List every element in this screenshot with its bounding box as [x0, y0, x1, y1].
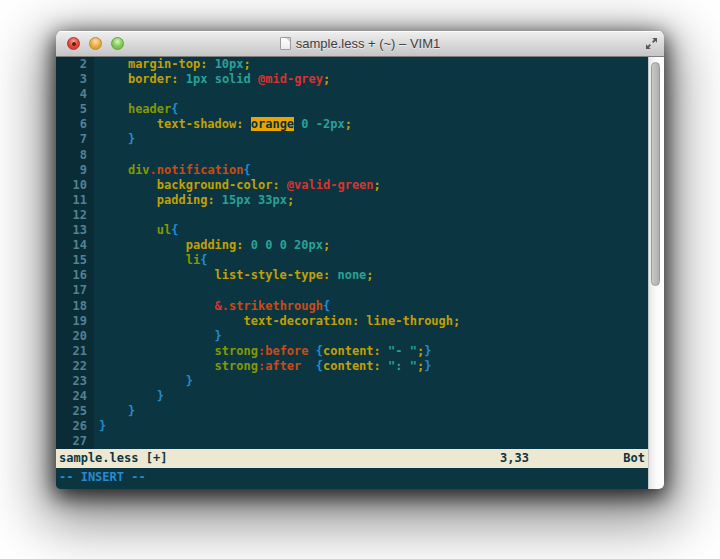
code-line-text: padding: 0 0 0 20px;: [94, 238, 330, 253]
line-number: 14: [56, 238, 94, 253]
line-number: 6: [56, 117, 94, 132]
code-line: 7 }: [56, 132, 648, 147]
code-line: 27: [56, 434, 648, 449]
code-line: 23 }: [56, 374, 648, 389]
code-line-text: }: [94, 374, 193, 389]
line-number: 25: [56, 404, 94, 419]
code-line: 18 &.strikethrough{: [56, 299, 648, 314]
line-number: 2: [56, 57, 94, 72]
code-line: 20 }: [56, 329, 648, 344]
expand-arrows-icon: [645, 37, 658, 50]
code-line-text: [94, 208, 99, 223]
code-line-text: }: [94, 404, 135, 419]
titlebar[interactable]: sample.less + (~) – VIM1: [56, 31, 664, 57]
code-line: 19 text-decoration: line-through;: [56, 314, 648, 329]
line-number: 26: [56, 419, 94, 434]
code-line-text: [94, 148, 99, 163]
code-line-text: ul{: [94, 223, 178, 238]
line-number: 10: [56, 178, 94, 193]
code-line-text: }: [94, 329, 222, 344]
line-number: 5: [56, 102, 94, 117]
window-controls: [67, 37, 124, 50]
line-number: 17: [56, 283, 94, 298]
code-line-text: margin-top: 10px;: [94, 57, 251, 72]
line-number: 7: [56, 132, 94, 147]
code-line: 5 header{: [56, 102, 648, 117]
code-line-text: }: [94, 419, 106, 434]
line-number: 19: [56, 314, 94, 329]
code-lines[interactable]: 2 margin-top: 10px;3 border: 1px solid @…: [56, 57, 648, 449]
line-number: 11: [56, 193, 94, 208]
code-line-text: text-decoration: line-through;: [94, 314, 460, 329]
scrollbar-thumb[interactable]: [651, 62, 660, 286]
vim-window: sample.less + (~) – VIM1 2 margin-top: 1…: [56, 31, 664, 489]
code-line-text: }: [94, 389, 164, 404]
code-line: 22 strong:after {content: ": ";}: [56, 359, 648, 374]
statusline-scroll-position: Bot: [623, 449, 645, 468]
fullscreen-button[interactable]: [644, 36, 659, 51]
code-line-text: border: 1px solid @mid-grey;: [94, 72, 330, 87]
code-line: 11 padding: 15px 33px;: [56, 193, 648, 208]
code-line: 24 }: [56, 389, 648, 404]
window-content: 2 margin-top: 10px;3 border: 1px solid @…: [56, 57, 664, 489]
statusline-filename: sample.less [+]: [59, 451, 167, 465]
code-line: 13 ul{: [56, 223, 648, 238]
line-number: 20: [56, 329, 94, 344]
code-line: 12: [56, 208, 648, 223]
statusline-ruler: 3,33: [500, 449, 529, 468]
code-line-text: strong:before {content: "- ";}: [94, 344, 431, 359]
code-line-text: strong:after {content: ": ";}: [94, 359, 431, 374]
code-line-text: header{: [94, 102, 179, 117]
line-number: 8: [56, 148, 94, 163]
code-line: 9 div.notification{: [56, 163, 648, 178]
line-number: 27: [56, 434, 94, 449]
code-line-text: &.strikethrough{: [94, 299, 330, 314]
code-line: 2 margin-top: 10px;: [56, 57, 648, 72]
line-number: 23: [56, 374, 94, 389]
code-line: 17: [56, 283, 648, 298]
line-number: 18: [56, 299, 94, 314]
line-number: 24: [56, 389, 94, 404]
document-icon: [280, 37, 291, 50]
code-line: 3 border: 1px solid @mid-grey;: [56, 72, 648, 87]
close-circle-icon[interactable]: [67, 37, 80, 50]
code-line-text: }: [94, 132, 135, 147]
line-number: 3: [56, 72, 94, 87]
code-line-text: [94, 283, 99, 298]
code-line-text: padding: 15px 33px;: [94, 193, 294, 208]
line-number: 13: [56, 223, 94, 238]
code-line-text: div.notification{: [94, 163, 251, 178]
code-line: 26}: [56, 419, 648, 434]
line-number: 15: [56, 253, 94, 268]
vim-statusline: sample.less [+] 3,33 Bot: [56, 449, 648, 468]
minimize-circle-icon[interactable]: [89, 37, 102, 50]
code-line: 10 background-color: @valid-green;: [56, 178, 648, 193]
line-number: 16: [56, 268, 94, 283]
code-line: 15 li{: [56, 253, 648, 268]
line-number: 21: [56, 344, 94, 359]
code-line: 14 padding: 0 0 0 20px;: [56, 238, 648, 253]
code-line-text: li{: [94, 253, 207, 268]
editor-column: 2 margin-top: 10px;3 border: 1px solid @…: [56, 57, 648, 489]
code-line-text: list-style-type: none;: [94, 268, 374, 283]
code-line-text: [94, 87, 99, 102]
code-line: 8: [56, 148, 648, 163]
code-line: 21 strong:before {content: "- ";}: [56, 344, 648, 359]
code-line-text: [94, 434, 99, 449]
code-line: 4: [56, 87, 648, 102]
line-number: 12: [56, 208, 94, 223]
line-number: 9: [56, 163, 94, 178]
window-title: sample.less + (~) – VIM1: [296, 36, 441, 51]
zoom-circle-icon[interactable]: [111, 37, 124, 50]
vim-mode-indicator: -- INSERT --: [59, 470, 146, 484]
code-line: 16 list-style-type: none;: [56, 268, 648, 283]
scrollbar-track[interactable]: [648, 57, 664, 489]
window-title-group: sample.less + (~) – VIM1: [280, 36, 441, 51]
code-line-text: text-shadow: orange 0 -2px;: [94, 117, 352, 132]
code-line: 6 text-shadow: orange 0 -2px;: [56, 117, 648, 132]
line-number: 22: [56, 359, 94, 374]
line-number: 4: [56, 87, 94, 102]
code-line: 25 }: [56, 404, 648, 419]
vim-command-line: -- INSERT --: [56, 468, 648, 489]
code-line-text: background-color: @valid-green;: [94, 178, 381, 193]
